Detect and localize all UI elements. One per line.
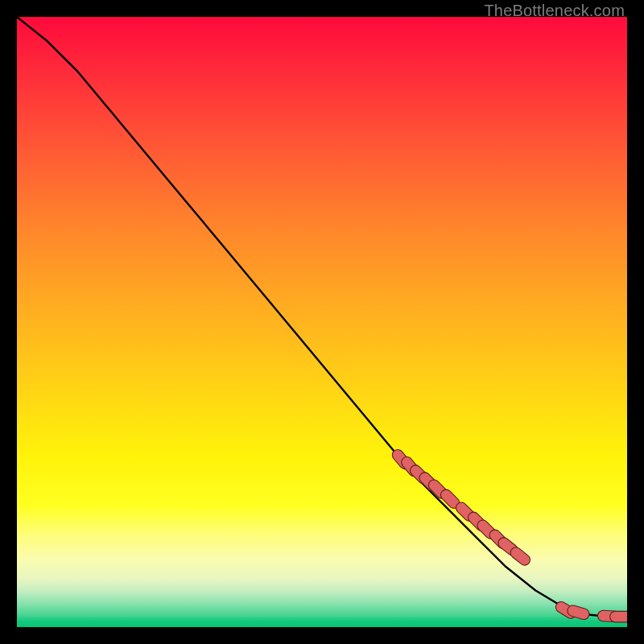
marker-capsule xyxy=(483,526,491,534)
marker-capsule xyxy=(461,508,469,516)
marker-capsule xyxy=(516,553,525,560)
highlighted-markers xyxy=(398,455,626,617)
plot-area xyxy=(17,17,627,627)
bottleneck-curve xyxy=(17,17,627,617)
marker-capsule xyxy=(434,485,442,493)
marker-capsule xyxy=(504,543,513,551)
marker-capsule xyxy=(573,611,584,614)
chart-frame: TheBottleneck.com xyxy=(0,0,644,644)
overlay-svg xyxy=(17,17,627,627)
marker-capsule xyxy=(446,495,454,503)
